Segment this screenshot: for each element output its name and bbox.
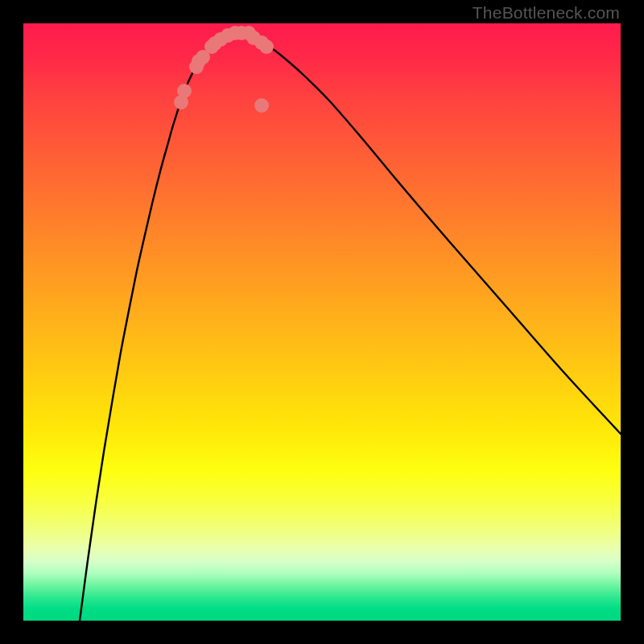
highlight-markers bbox=[174, 26, 274, 113]
marker-point bbox=[254, 98, 269, 113]
watermark-text: TheBottleneck.com bbox=[473, 3, 620, 23]
marker-point bbox=[177, 84, 192, 98]
plot-area bbox=[23, 23, 621, 621]
marker-point bbox=[259, 39, 274, 54]
bottleneck-curve bbox=[80, 33, 621, 621]
curve-layer bbox=[23, 23, 621, 621]
chart-frame: TheBottleneck.com bbox=[0, 0, 644, 644]
